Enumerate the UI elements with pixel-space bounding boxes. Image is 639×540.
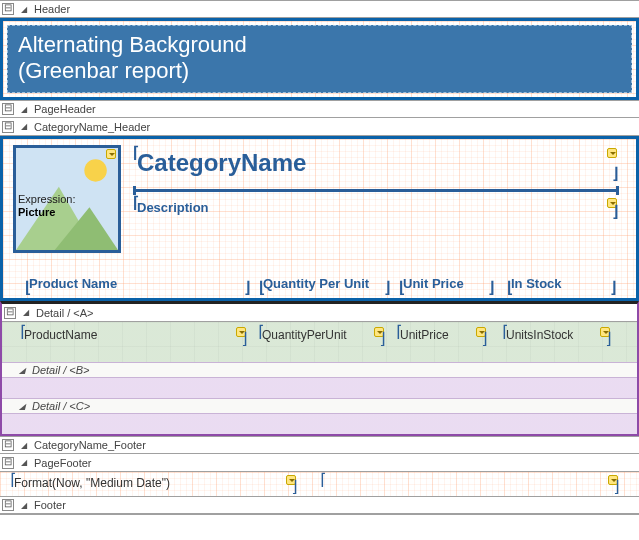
col-productname-label[interactable]: Product Name: [25, 273, 251, 293]
collapse-icon[interactable]: [2, 103, 14, 115]
section-band-detail[interactable]: Detail / <A>: [2, 304, 637, 322]
smart-tag-icon[interactable]: [600, 327, 610, 337]
empty-field[interactable]: [320, 474, 620, 492]
picture-control[interactable]: Expression: Picture: [13, 145, 121, 253]
section-label: PageHeader: [34, 103, 96, 115]
expression-value: Picture: [18, 206, 55, 218]
section-band-detail-c[interactable]: Detail / <C>: [2, 398, 637, 414]
collapse-icon[interactable]: [2, 3, 14, 15]
expand-icon[interactable]: [18, 457, 30, 469]
title-line-1: Alternating Background: [18, 32, 621, 58]
design-surface-detail-a[interactable]: ProductName QuantityPerUnit UnitPrice Un…: [2, 322, 637, 362]
smart-tag-icon[interactable]: [286, 475, 296, 485]
collapse-icon[interactable]: [2, 121, 14, 133]
section-band-catfooter[interactable]: CategoryName_Footer: [0, 436, 639, 454]
smart-tag-icon[interactable]: [608, 475, 618, 485]
unitprice-field[interactable]: UnitPrice: [396, 326, 488, 344]
design-surface-pagefooter[interactable]: Format(Now, "Medium Date"): [0, 472, 639, 496]
design-surface-catheader[interactable]: Expression: Picture CategoryName Descrip…: [0, 136, 639, 301]
section-band-header[interactable]: Header: [0, 0, 639, 18]
category-name-field[interactable]: CategoryName: [133, 147, 619, 179]
col-unitprice-label[interactable]: Unit Price: [399, 273, 495, 293]
section-label: PageFooter: [34, 457, 91, 469]
section-label: Header: [34, 3, 70, 15]
unitsinstock-field[interactable]: UnitsInStock: [502, 326, 612, 344]
expand-icon[interactable]: [16, 400, 28, 412]
svg-point-1: [84, 159, 106, 181]
detail-group: Detail / <A> ProductName QuantityPerUnit…: [0, 301, 639, 436]
collapse-icon[interactable]: [2, 439, 14, 451]
section-band-catheader[interactable]: CategoryName_Header: [0, 118, 639, 136]
col-qtyperunit-label[interactable]: Quantity Per Unit: [259, 273, 391, 293]
section-label: CategoryName_Footer: [34, 439, 146, 451]
expand-icon[interactable]: [18, 3, 30, 15]
section-band-footer[interactable]: Footer: [0, 496, 639, 514]
footer-separator: [0, 514, 639, 516]
date-expression-field[interactable]: Format(Now, "Medium Date"): [10, 474, 298, 492]
smart-tag-icon[interactable]: [607, 198, 617, 208]
separator-line[interactable]: [133, 189, 619, 192]
description-field[interactable]: Description: [133, 197, 619, 217]
section-label: Detail / <A>: [36, 307, 93, 319]
section-band-detail-b[interactable]: Detail / <B>: [2, 362, 637, 378]
section-band-pageheader[interactable]: PageHeader: [0, 100, 639, 118]
expand-icon[interactable]: [18, 439, 30, 451]
col-instock-label[interactable]: In Stock: [507, 273, 617, 293]
smart-tag-icon[interactable]: [106, 149, 116, 159]
productname-field[interactable]: ProductName: [20, 326, 248, 344]
expand-icon[interactable]: [16, 364, 28, 376]
design-surface-header[interactable]: Alternating Background (Greenbar report): [0, 18, 639, 100]
expand-icon[interactable]: [18, 103, 30, 115]
smart-tag-icon[interactable]: [236, 327, 246, 337]
section-label: Footer: [34, 499, 66, 511]
expand-icon[interactable]: [18, 499, 30, 511]
smart-tag-icon[interactable]: [607, 148, 617, 158]
design-surface-detail-b[interactable]: [2, 378, 637, 398]
title-line-2: (Greenbar report): [18, 58, 621, 84]
expression-label: Expression:: [18, 193, 75, 205]
collapse-icon[interactable]: [2, 457, 14, 469]
collapse-icon[interactable]: [2, 499, 14, 511]
expand-icon[interactable]: [18, 121, 30, 133]
smart-tag-icon[interactable]: [476, 327, 486, 337]
report-title-block[interactable]: Alternating Background (Greenbar report): [7, 25, 632, 93]
collapse-icon[interactable]: [4, 307, 16, 319]
expand-icon[interactable]: [20, 307, 32, 319]
qtyperunit-field[interactable]: QuantityPerUnit: [258, 326, 386, 344]
smart-tag-icon[interactable]: [374, 327, 384, 337]
section-label: CategoryName_Header: [34, 121, 150, 133]
design-surface-detail-c[interactable]: [2, 414, 637, 434]
